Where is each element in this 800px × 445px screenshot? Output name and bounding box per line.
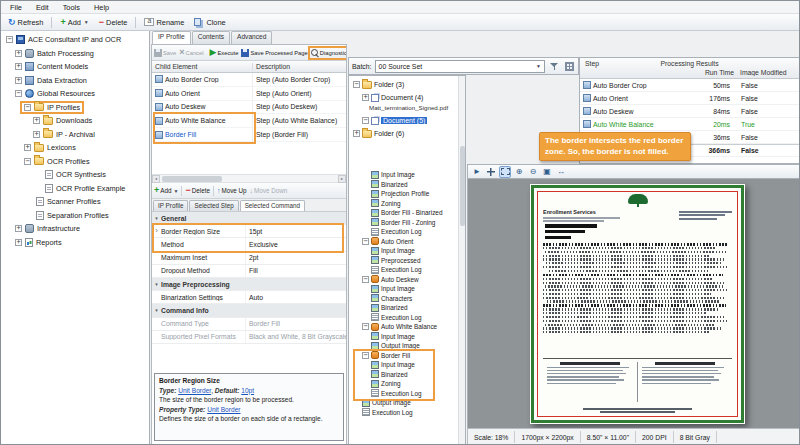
property-row[interactable]: Binarization SettingsAuto <box>152 291 346 304</box>
fit-width-tool-button[interactable]: ↔ <box>555 166 567 178</box>
menu-item-edit[interactable]: Edit <box>29 2 56 13</box>
doc-tree-item[interactable]: −Border Fill <box>349 351 465 361</box>
nav-tree-item[interactable]: +Data Extraction <box>1 74 149 88</box>
collapse-icon[interactable]: − <box>24 158 31 165</box>
doc-tree-item[interactable]: Execution Log <box>349 313 465 323</box>
add-step-button[interactable]: +Add▼ <box>153 185 179 196</box>
fit-page-tool-button[interactable]: ▣ <box>541 166 553 178</box>
delete-button[interactable]: −Delete <box>95 17 132 28</box>
image-preview-area[interactable]: Enrollment Services <box>467 179 800 428</box>
doc-tree-item[interactable]: Input Image <box>349 246 465 256</box>
delete-step-button[interactable]: −Delete <box>184 185 210 196</box>
collapse-icon[interactable]: − <box>362 117 369 124</box>
doc-tree-item[interactable]: −Folder (3) <box>349 78 465 91</box>
doc-tree-item[interactable]: Border Fill - Zoning <box>349 218 465 228</box>
doc-tree-item[interactable]: Zoning <box>349 199 465 209</box>
expand-icon[interactable]: + <box>15 225 22 232</box>
nav-tree-item[interactable]: +IP - Archival <box>1 128 149 142</box>
filter-button[interactable] <box>548 60 560 72</box>
doc-tree-item[interactable]: Binarized <box>349 303 465 313</box>
result-row[interactable]: Auto Orient176msFalse <box>580 92 799 105</box>
steps-grid-row[interactable]: Border FillStep (Border Fill) <box>152 128 346 142</box>
nav-tree-item[interactable]: +Infrastructure <box>1 222 149 236</box>
document-preview-page[interactable]: Enrollment Services <box>530 184 745 424</box>
property-row[interactable]: Supported Pixel FormatsBlack and White, … <box>152 331 346 344</box>
collapse-icon[interactable]: − <box>24 104 31 111</box>
type-link[interactable]: Unit Border <box>178 387 211 394</box>
doc-tree-item[interactable]: Characters <box>349 294 465 304</box>
nav-tree-item[interactable]: OCR Profile Example <box>1 182 149 196</box>
doc-tree-item[interactable]: Input Image <box>349 360 465 370</box>
tab-selected-command[interactable]: Selected Command <box>240 200 305 211</box>
collapse-icon[interactable]: − <box>15 90 22 97</box>
column-run-time[interactable]: Run Time <box>684 69 734 76</box>
nav-tree-item[interactable]: +Reports <box>1 236 149 250</box>
property-row[interactable]: Maximum Inset2pt <box>152 252 346 265</box>
execute-button[interactable]: ▶Execute <box>209 47 240 58</box>
doc-tree-item[interactable]: −Auto White Balance <box>349 322 465 332</box>
doc-tree-item[interactable]: Border Fill - Binarized <box>349 208 465 218</box>
expand-icon[interactable]: + <box>362 94 369 101</box>
nav-tree-item[interactable]: −OCR Profiles <box>1 155 149 169</box>
collapse-icon[interactable]: − <box>362 323 369 330</box>
clone-button[interactable]: Clone <box>190 17 229 28</box>
expand-icon[interactable]: + <box>15 239 22 246</box>
nav-tree-item[interactable]: OCR Synthesis <box>1 168 149 182</box>
property-row[interactable]: Command TypeBorder Fill <box>152 318 346 331</box>
doc-tree-item[interactable]: −Document (5) <box>349 114 465 127</box>
add-button[interactable]: +Add▼ <box>56 17 92 28</box>
zoom-window-tool-button[interactable] <box>499 166 511 178</box>
collapse-icon[interactable]: − <box>362 276 369 283</box>
expand-icon[interactable]: + <box>24 144 31 151</box>
nav-tree-item[interactable]: −Global Resources <box>1 87 149 101</box>
pan-tool-button[interactable] <box>485 166 497 178</box>
tab-selected-step[interactable]: Selected Step <box>189 200 238 211</box>
result-row[interactable]: Auto Border Crop50msFalse <box>580 79 799 92</box>
property-row[interactable]: ›Border Region Size15pt <box>152 225 346 238</box>
expand-icon[interactable]: + <box>33 131 40 138</box>
column-image-modified[interactable]: Image Modified <box>740 69 798 76</box>
doc-tree-item[interactable]: Execution Log <box>349 389 465 399</box>
menu-item-help[interactable]: Help <box>87 2 116 13</box>
save-button[interactable]: Save <box>153 48 177 58</box>
cancel-button[interactable]: ×Cancel <box>178 47 204 58</box>
pointer-tool-button[interactable]: ► <box>471 166 483 178</box>
tab-advanced[interactable]: Advanced <box>231 31 272 44</box>
scrollbar-thumb[interactable] <box>460 146 465 226</box>
nav-tree-item[interactable]: −IP Profiles <box>1 101 149 115</box>
nav-tree-item[interactable]: −ACE Consultant IP and OCR <box>1 33 149 47</box>
expand-icon[interactable]: + <box>33 117 40 124</box>
refresh-button[interactable]: ↻Refresh <box>4 17 47 28</box>
vertical-scrollbar[interactable] <box>458 76 465 445</box>
doc-tree-item[interactable]: Binarized <box>349 370 465 380</box>
steps-grid-row[interactable]: Auto OrientStep (Auto Orient) <box>152 87 346 101</box>
expand-icon[interactable]: + <box>15 63 22 70</box>
batch-select[interactable]: 00 Source Set▼ <box>375 60 545 73</box>
property-row[interactable]: Dropout MethodFill <box>152 265 346 278</box>
nav-tree-item[interactable]: Separation Profiles <box>1 209 149 223</box>
diagnostics-mode-button[interactable]: Diagnostics Mode On <box>310 48 346 58</box>
horizontal-scrollbar[interactable]: ◂ ▸ <box>152 175 346 183</box>
property-row[interactable]: MethodExclusive <box>152 238 346 251</box>
view-options-button[interactable] <box>563 60 575 72</box>
move-up-button[interactable]: ↑Move Up <box>216 186 248 195</box>
doc-tree-item[interactable]: Zoning <box>349 379 465 389</box>
scroll-left-icon[interactable]: ◂ <box>152 175 160 183</box>
menu-item-file[interactable]: File <box>3 2 29 13</box>
tab-ip-profile[interactable]: IP Profile <box>152 31 191 44</box>
expand-icon[interactable]: + <box>353 130 360 137</box>
move-down-button[interactable]: ↓Move Down <box>249 186 289 195</box>
nav-tree-item[interactable]: +Lexicons <box>1 141 149 155</box>
collapse-icon[interactable]: − <box>362 238 369 245</box>
collapse-icon[interactable]: − <box>353 81 360 88</box>
nav-tree-item[interactable]: Scanner Profiles <box>1 195 149 209</box>
column-child-element[interactable]: Child Element <box>152 63 252 70</box>
steps-grid-row[interactable]: Auto DeskewStep (Auto Deskew) <box>152 101 346 115</box>
column-description[interactable]: Description <box>252 63 346 70</box>
result-row[interactable]: Auto Deskew84msFalse <box>580 105 799 118</box>
tab-ip-profile-detail[interactable]: IP Profile <box>153 200 188 211</box>
doc-tree-item[interactable]: Input Image <box>349 170 465 180</box>
doc-tree-item[interactable]: −Auto Deskew <box>349 275 465 285</box>
doc-tree-item[interactable]: Input Image <box>349 284 465 294</box>
zoom-out-tool-button[interactable]: ⊖ <box>527 166 539 178</box>
